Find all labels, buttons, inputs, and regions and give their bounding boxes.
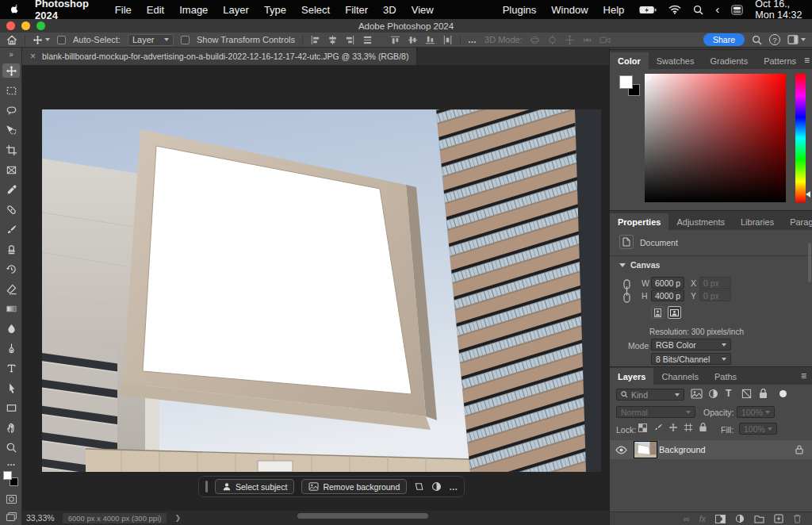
help-icon[interactable]: ?	[769, 34, 780, 45]
bit-depth-dropdown[interactable]: 8 Bits/Channel	[651, 353, 731, 365]
orientation-landscape-button[interactable]	[668, 306, 681, 319]
canvas-area[interactable]: Select subject Remove background …	[22, 65, 609, 511]
tab-close-icon[interactable]: ×	[30, 51, 36, 62]
remove-background-button[interactable]: Remove background	[301, 479, 407, 494]
spotlight-icon[interactable]	[693, 5, 703, 15]
align-left-icon[interactable]	[310, 35, 320, 45]
lock-all-icon[interactable]	[699, 423, 707, 432]
orientation-portrait-button[interactable]	[651, 306, 665, 319]
filter-shape-icon[interactable]	[741, 389, 752, 399]
new-group-icon[interactable]	[754, 515, 764, 523]
lasso-tool[interactable]	[2, 103, 20, 117]
foreground-color-swatch[interactable]	[3, 471, 12, 480]
horizontal-scrollbar[interactable]	[297, 513, 428, 519]
rectangle-tool[interactable]	[2, 400, 20, 415]
lock-artboard-icon[interactable]	[684, 423, 693, 432]
align-middle-icon[interactable]	[408, 35, 418, 45]
tab-channels[interactable]: Channels	[653, 368, 706, 385]
gradient-tool[interactable]	[2, 301, 20, 316]
filter-adjustment-icon[interactable]	[708, 389, 718, 399]
menu-plugins[interactable]: Plugins	[503, 4, 537, 16]
frame-tool[interactable]	[2, 163, 20, 177]
path-selection-tool[interactable]	[2, 381, 20, 395]
tab-paragraph[interactable]: Paragraph	[782, 213, 812, 230]
color-picker-cursor[interactable]	[645, 74, 651, 80]
battery-icon[interactable]	[639, 6, 657, 14]
canvas-width-field[interactable]	[651, 277, 684, 289]
move-tool-options-icon[interactable]	[33, 35, 50, 45]
eyedropper-tool[interactable]	[2, 182, 20, 197]
rectangular-marquee-tool[interactable]	[2, 83, 20, 98]
delete-layer-icon[interactable]	[793, 514, 802, 523]
pen-tool[interactable]	[2, 341, 20, 355]
hand-tool[interactable]	[2, 420, 20, 435]
tab-layers[interactable]: Layers	[610, 368, 653, 385]
object-selection-tool[interactable]	[2, 123, 20, 137]
wifi-icon[interactable]	[668, 5, 681, 14]
menu-edit[interactable]: Edit	[147, 4, 164, 16]
document-tab[interactable]: × blank-billboard-mockup-for-advertising…	[22, 48, 417, 65]
zoom-tool[interactable]	[2, 440, 20, 454]
layer-filtering-toggle[interactable]	[779, 390, 787, 397]
menu-filter[interactable]: Filter	[345, 4, 368, 16]
move-tool[interactable]	[2, 63, 20, 78]
taskbar-more-icon[interactable]: …	[449, 482, 458, 492]
tab-properties[interactable]: Properties	[610, 213, 668, 230]
new-adjustment-layer-icon[interactable]	[735, 514, 745, 523]
crop-tool[interactable]	[2, 143, 20, 157]
layer-name[interactable]: Background	[659, 445, 706, 454]
tab-gradients[interactable]: Gradients	[702, 52, 756, 69]
menu-clock[interactable]: Oct 16., Mon 14:32	[755, 0, 802, 21]
tab-paths[interactable]: Paths	[707, 368, 745, 385]
menu-file[interactable]: File	[115, 4, 132, 16]
menu-select[interactable]: Select	[301, 4, 330, 16]
foreground-color-swatch[interactable]	[619, 75, 633, 89]
filter-image-icon[interactable]	[691, 389, 703, 399]
properties-scrollbar[interactable]	[808, 243, 811, 282]
workspace-switcher-icon[interactable]	[787, 35, 806, 44]
menu-3d[interactable]: 3D	[383, 4, 396, 16]
apple-logo-icon[interactable]	[10, 4, 20, 16]
canvas-section-chevron-icon[interactable]	[619, 263, 626, 267]
auto-select-dropdown[interactable]: Layer	[128, 34, 174, 46]
menu-image[interactable]: Image	[179, 4, 208, 16]
transform-icon[interactable]	[414, 481, 424, 492]
distribute-horizontal-icon[interactable]	[442, 35, 453, 45]
document-image[interactable]	[42, 109, 601, 472]
share-button[interactable]: Share	[703, 33, 745, 46]
distribute-vertical-icon[interactable]	[362, 35, 373, 45]
screen-mode-button[interactable]	[2, 509, 20, 523]
quick-mask-button[interactable]	[2, 492, 20, 506]
select-subject-button[interactable]: Select subject	[215, 479, 294, 494]
align-center-horizontal-icon[interactable]	[327, 35, 338, 45]
menu-type[interactable]: Type	[264, 4, 286, 16]
auto-select-checkbox[interactable]	[57, 36, 66, 44]
tab-adjustments[interactable]: Adjustments	[668, 213, 733, 230]
menu-view[interactable]: View	[412, 4, 434, 16]
home-icon[interactable]	[6, 35, 17, 45]
align-right-icon[interactable]	[345, 35, 355, 45]
control-center-icon[interactable]	[731, 5, 743, 15]
menu-app-name[interactable]: Photoshop 2024	[35, 0, 100, 21]
link-dimensions-icon[interactable]	[622, 279, 631, 303]
lock-transparency-icon[interactable]	[638, 423, 647, 432]
layer-row-background[interactable]: Background	[610, 440, 812, 459]
filter-smart-object-icon[interactable]	[759, 389, 768, 399]
menu-help[interactable]: Help	[603, 4, 625, 16]
menu-layer[interactable]: Layer	[223, 4, 249, 16]
filter-type-icon[interactable]: T	[726, 388, 731, 399]
taskbar-drag-handle[interactable]	[205, 481, 208, 492]
search-icon[interactable]	[752, 35, 762, 45]
new-layer-icon[interactable]	[774, 514, 783, 523]
align-bottom-icon[interactable]	[425, 35, 435, 45]
zoom-level[interactable]: 33,33%	[26, 513, 55, 523]
layer-thumbnail[interactable]	[632, 441, 659, 458]
align-more-icon[interactable]: …	[468, 35, 477, 44]
blur-tool[interactable]	[2, 321, 20, 335]
edit-toolbar-icon[interactable]: …	[2, 458, 20, 467]
tab-swatches[interactable]: Swatches	[649, 52, 703, 69]
layer-lock-icon[interactable]	[795, 445, 803, 454]
color-mode-dropdown[interactable]: RGB Color	[651, 339, 731, 351]
clone-stamp-tool[interactable]	[2, 242, 20, 256]
align-top-icon[interactable]	[390, 35, 400, 45]
